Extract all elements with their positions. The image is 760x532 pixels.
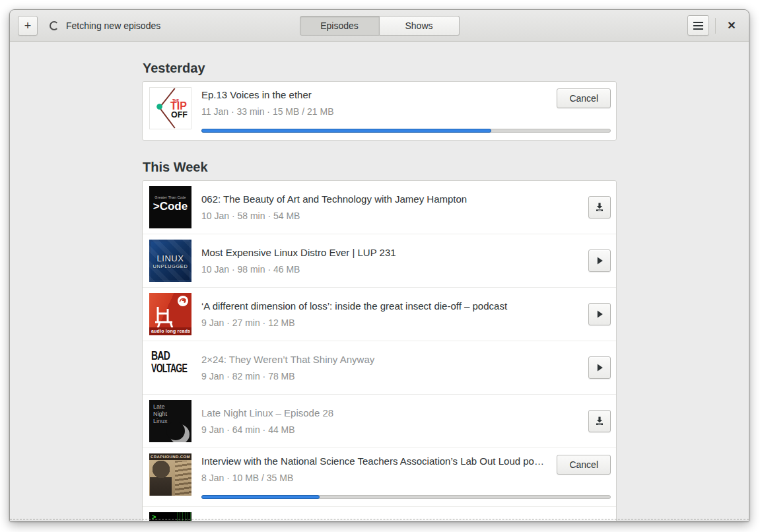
episode-row[interactable]: Greater Than Code>Code 062: The Beauty o… [143,181,616,234]
episode-meta: 9 Jan · 64 min · 44 MB [201,424,579,436]
play-icon [594,362,605,373]
download-progress-fill [201,495,320,499]
episode-artwork: >IRL [149,512,191,521]
episode-artwork: CRAPHOUND.COM [149,453,191,496]
episode-meta: 10 Jan · 58 min · 54 MB [201,210,579,222]
artwork-text: BAD [151,350,170,362]
episode-title: 2×24: They Weren’t That Shiny Anyway [201,353,579,366]
download-button[interactable] [588,196,611,218]
play-icon [594,309,605,319]
episode-title: Late Night Linux – Episode 28 [201,407,579,420]
play-button[interactable] [588,249,611,272]
spinner-icon [50,21,59,30]
artwork-text: audio long reads [151,329,190,333]
artwork-text: Night [153,411,167,417]
artwork-text: Greater Than Code [155,196,186,200]
header-bar: + Fetching new episodes Episodes Shows ✕ [10,10,749,42]
episode-artwork: THETIPOFF [149,87,191,129]
episode-list-column: Yesterday THETIPOFF Ep.13 Voices in the … [142,60,617,521]
episode-artwork: Greater Than Code>Code [149,186,191,228]
download-progressbar [201,495,611,499]
tab-episodes[interactable]: Episodes [300,16,380,36]
episode-row[interactable]: LateNightLinux Late Night Linux – Episod… [143,394,616,448]
download-icon [594,202,605,213]
add-podcast-button[interactable]: + [18,16,38,36]
episode-section: This Week Greater Than Code>Code 062: Th… [142,159,617,521]
artwork-text: Linux [153,418,168,424]
download-progress-fill [201,129,491,133]
header-separator [715,18,716,34]
artwork-text: UNPLUGGED [153,264,188,269]
episode-row[interactable]: BADVOLTAGE 2×24: They Weren’t That Shiny… [143,341,616,394]
artwork-text: OFF [171,111,188,119]
cancel-button[interactable]: Cancel [557,88,611,108]
download-button[interactable] [588,410,611,432]
episode-card: Greater Than Code>Code 062: The Beauty o… [142,180,617,521]
artwork-text: VOLTAGE [151,362,187,374]
artwork-text: >Code [153,201,188,212]
plus-icon: + [24,20,32,32]
episode-row[interactable]: >IRL Bot or Not [143,506,616,521]
app-window: + Fetching new episodes Episodes Shows ✕… [9,9,749,521]
episode-row[interactable]: THETIPOFF Ep.13 Voices in the ether 11 J… [143,82,616,140]
artwork-text: Late [153,404,165,410]
episode-title: Interview with the National Science Teac… [201,455,547,468]
episode-meta: 11 Jan · 33 min · 15 MB / 21 MB [201,106,547,117]
download-icon [594,416,605,426]
header-right-controls: ✕ [687,15,741,36]
episode-artwork: LateNightLinux [149,400,191,442]
episode-row[interactable]: CRAPHOUND.COM Interview with the Nationa… [143,448,616,506]
artwork-text: > [152,514,156,521]
artwork-text: CRAPHOUND.COM [149,453,191,460]
episode-title: 062: The Beauty of Art and Technology wi… [201,193,579,206]
episodes-view[interactable]: Yesterday THETIPOFF Ep.13 Voices in the … [10,42,749,521]
menu-button[interactable] [687,15,709,36]
view-switcher: Episodes Shows [300,16,460,36]
episode-meta: 8 Jan · 10 MB / 35 MB [201,472,547,484]
episode-artwork: BADVOLTAGE [149,347,191,389]
episode-artwork: LINUXUNPLUGGED [149,240,191,282]
episode-title: ‘A different dimension of loss’: inside … [201,300,579,313]
hamburger-icon [693,25,703,26]
tab-shows[interactable]: Shows [380,16,460,36]
episode-meta: 10 Jan · 98 min · 46 MB [201,263,579,275]
artwork-text: LINUX [157,254,184,263]
episode-artwork: audio long reads [149,293,191,335]
fetch-status-text: Fetching new episodes [66,20,160,31]
section-title: Yesterday [143,60,617,76]
cancel-button[interactable]: Cancel [557,455,611,475]
episode-meta: 9 Jan · 82 min · 78 MB [201,370,579,382]
close-icon: ✕ [727,19,736,32]
episode-section: Yesterday THETIPOFF Ep.13 Voices in the … [142,60,617,141]
episode-title: Ep.13 Voices in the ether [201,88,547,102]
download-progressbar [201,129,611,133]
play-icon [594,255,605,266]
play-button[interactable] [588,356,611,379]
window-close-button[interactable]: ✕ [722,17,741,35]
episode-row[interactable]: LINUXUNPLUGGED Most Expensive Linux Dist… [143,234,616,287]
section-title: This Week [143,159,617,175]
episode-meta: 9 Jan · 27 min · 12 MB [201,317,579,329]
episode-card: THETIPOFF Ep.13 Voices in the ether 11 J… [142,81,617,141]
play-button[interactable] [588,303,611,325]
episode-title: Most Expensive Linux Distro Ever | LUP 2… [201,246,579,259]
episode-row[interactable]: audio long reads ‘A different dimension … [143,287,616,341]
